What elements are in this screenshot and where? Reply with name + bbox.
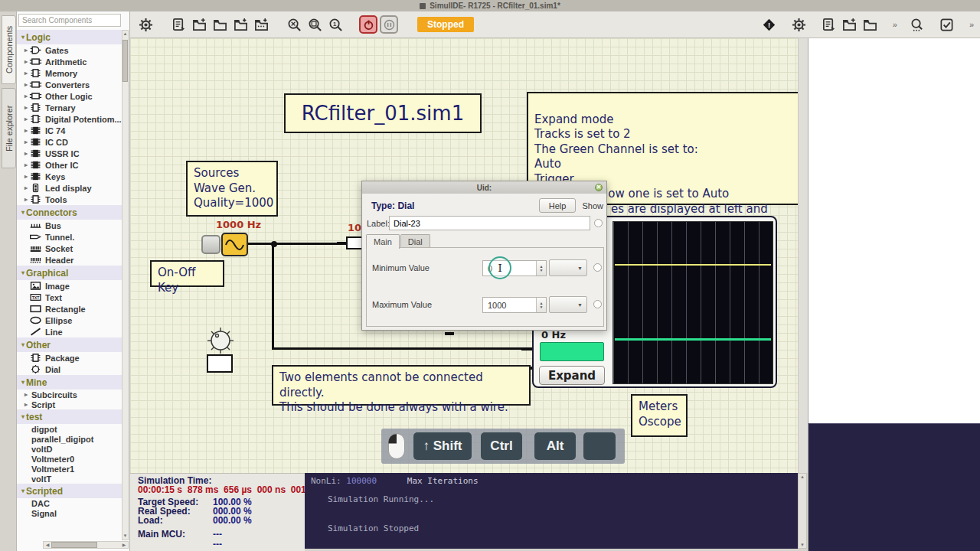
expand-arrow-icon[interactable]: ▸ xyxy=(23,401,29,408)
tree-item-gates[interactable]: ▸Gates xyxy=(17,44,122,56)
file-save[interactable] xyxy=(231,15,250,34)
max-show-radio[interactable] xyxy=(593,300,602,308)
tree-item-image[interactable]: Image xyxy=(17,280,122,292)
search-input[interactable] xyxy=(18,14,121,27)
expand-arrow-icon[interactable]: ▸ xyxy=(23,391,29,398)
dial-value-box[interactable] xyxy=(207,354,233,373)
warning-diamond[interactable] xyxy=(760,15,779,34)
collapse-arrow-icon[interactable]: ▾ xyxy=(20,487,26,494)
tree-item-bus[interactable]: Bus xyxy=(17,220,122,231)
dial-knob-component[interactable] xyxy=(206,326,235,355)
scroll-down-icon[interactable]: ▼ xyxy=(799,543,806,547)
expand-arrow-icon[interactable]: ▸ xyxy=(23,161,29,168)
expand-arrow-icon[interactable]: ▸ xyxy=(23,93,29,99)
collapse-arrow-icon[interactable]: ▾ xyxy=(20,269,26,276)
expand-arrow-icon[interactable]: ▸ xyxy=(23,173,29,180)
tree-item-ic-cd[interactable]: ▸IC CD xyxy=(17,136,122,148)
file-open[interactable] xyxy=(861,15,880,34)
pause-button[interactable] xyxy=(380,15,398,34)
tree-item-parallel-digipot[interactable]: parallel_digipot xyxy=(17,434,122,444)
expand-arrow-icon[interactable]: ▸ xyxy=(23,58,29,65)
tree-item-dial[interactable]: Dial xyxy=(17,364,122,375)
collapse-arrow-icon[interactable]: ▾ xyxy=(20,34,26,41)
scroll-left-icon[interactable]: ◀ xyxy=(44,542,51,549)
expand-arrow-icon[interactable]: ▸ xyxy=(23,104,29,111)
file-saveas[interactable] xyxy=(252,15,270,34)
expand-arrow-icon[interactable]: ▸ xyxy=(23,196,29,203)
tree-item-digital-potentiom-[interactable]: ▸Digital Potentiom... xyxy=(17,113,122,125)
help-button[interactable]: Help xyxy=(539,198,576,213)
power-button[interactable] xyxy=(359,15,377,34)
collapse-arrow-icon[interactable]: ▾ xyxy=(20,413,26,420)
file-new[interactable] xyxy=(841,15,859,34)
tree-category-mine[interactable]: ▾Mine xyxy=(17,375,122,390)
scope-expand-button[interactable]: Expand xyxy=(539,366,605,385)
tab-file-explorer[interactable]: File explorer xyxy=(2,88,16,168)
editor-panel[interactable] xyxy=(808,38,980,423)
expand-arrow-icon[interactable]: ▸ xyxy=(23,81,29,88)
tree-item-ellipse[interactable]: Ellipse xyxy=(17,315,122,326)
tree-item-header[interactable]: Header xyxy=(17,254,122,266)
tree-item-script[interactable]: ▸Script xyxy=(17,399,122,409)
file-open[interactable] xyxy=(211,15,229,34)
tab-main[interactable]: Main xyxy=(366,234,400,249)
wave-generator-component[interactable] xyxy=(221,233,248,256)
tree-item-dac[interactable]: DAC xyxy=(17,498,122,508)
settings-gear[interactable] xyxy=(790,15,808,34)
zoom-one[interactable] xyxy=(326,15,345,34)
find[interactable] xyxy=(908,15,926,34)
sidebar-vertical-scrollbar[interactable]: ▲ ▼ xyxy=(122,30,129,540)
scroll-down-icon[interactable]: ▼ xyxy=(122,533,128,540)
chevron-more-icon[interactable]: » xyxy=(968,20,975,29)
tab-components[interactable]: Components xyxy=(2,15,16,84)
dialog-close-icon[interactable]: ✕ xyxy=(595,184,603,191)
circuit-canvas[interactable]: RCfilter_01.sim1 Expand mode Tracks is s… xyxy=(130,38,808,473)
label-show-radio[interactable] xyxy=(594,219,603,227)
expand-arrow-icon[interactable]: ▸ xyxy=(23,116,29,122)
file-new[interactable] xyxy=(190,15,208,34)
tree-category-connectors[interactable]: ▾Connectors xyxy=(17,205,122,220)
tree-category-scripted[interactable]: ▾Scripted xyxy=(17,484,122,498)
collapse-arrow-icon[interactable]: ▾ xyxy=(20,379,26,386)
tree-item-converters[interactable]: ▸Converters xyxy=(17,79,122,90)
check-task[interactable] xyxy=(938,15,956,34)
tree-item-other-logic[interactable]: ▸Other Logic xyxy=(17,90,122,102)
tree-item-digpot[interactable]: digpot xyxy=(17,424,122,434)
dialog-titlebar[interactable]: Uid: ✕ xyxy=(362,181,606,194)
resistor-component[interactable] xyxy=(346,236,363,249)
max-value-spinbox[interactable]: 1000 ▲▼ xyxy=(482,297,547,313)
tree-item-ic-74[interactable]: ▸IC 74 xyxy=(17,125,122,136)
settings-gear[interactable] xyxy=(136,15,155,34)
expand-arrow-icon[interactable]: ▸ xyxy=(23,47,29,54)
circuit-title-text[interactable]: RCfilter_01.sim1 xyxy=(284,93,482,133)
expand-arrow-icon[interactable]: ▸ xyxy=(23,139,29,145)
tree-item-voltt[interactable]: voltT xyxy=(17,474,122,484)
onoff-key-component[interactable] xyxy=(201,235,220,254)
note-sources[interactable]: Sources Wave Gen. Quality=1000 xyxy=(186,161,278,217)
tree-item-text[interactable]: Text xyxy=(17,292,122,303)
tree-item-tools[interactable]: ▸Tools xyxy=(17,194,122,205)
min-show-radio[interactable] xyxy=(593,263,602,272)
chevron-more-icon[interactable]: » xyxy=(891,20,899,29)
expand-arrow-icon[interactable]: ▸ xyxy=(23,70,29,77)
tree-category-other[interactable]: ▾Other xyxy=(17,337,122,352)
max-unit-dropdown[interactable]: ▼ xyxy=(549,296,587,313)
tree-item-signal[interactable]: Signal xyxy=(17,508,122,518)
spin-arrows-icon[interactable]: ▲▼ xyxy=(536,261,546,276)
tree-category-graphical[interactable]: ▾Graphical xyxy=(17,266,122,280)
zoom-area[interactable] xyxy=(305,15,324,34)
sidebar-horizontal-scrollbar[interactable]: ◀ ▶ xyxy=(43,541,129,549)
tree-item-line[interactable]: Line xyxy=(17,326,122,337)
console-scrollbar[interactable]: ▲ ▼ xyxy=(798,473,807,549)
note-onoff-key[interactable]: On-Off Key xyxy=(150,260,224,287)
zoom-fit[interactable] xyxy=(285,15,303,34)
tree-item-arithmetic[interactable]: ▸Arithmetic xyxy=(17,56,122,67)
scroll-right-icon[interactable]: ▶ xyxy=(121,542,127,549)
tree-item-ternary[interactable]: ▸Ternary xyxy=(17,102,122,113)
file-list[interactable] xyxy=(169,15,188,34)
expand-arrow-icon[interactable]: ▸ xyxy=(23,150,29,157)
file-list[interactable] xyxy=(820,15,838,34)
note-meters-oscope[interactable]: Meters Oscope xyxy=(631,394,688,437)
tree-item-keys[interactable]: ▸Keys xyxy=(17,171,122,182)
min-unit-dropdown[interactable]: ▼ xyxy=(549,259,587,276)
